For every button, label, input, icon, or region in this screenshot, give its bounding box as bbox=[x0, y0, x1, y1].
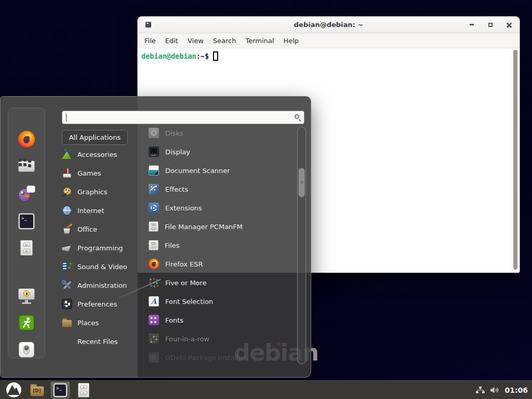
terminal-menubar: File Edit View Search Terminal Help bbox=[138, 33, 520, 48]
launcher-file-cabinet[interactable] bbox=[74, 382, 93, 398]
favorite-pidgin[interactable] bbox=[17, 184, 36, 204]
app-item-font-selection[interactable]: Font Selection bbox=[149, 292, 297, 311]
file-cabinet-icon bbox=[78, 383, 89, 397]
launcher-terminal[interactable] bbox=[51, 382, 70, 398]
font-selection-icon bbox=[149, 296, 159, 307]
firefox-icon bbox=[149, 259, 159, 269]
application-list: Disks Display Document Scanner Effects E… bbox=[149, 124, 297, 367]
log-out-button[interactable] bbox=[17, 313, 36, 332]
file-cabinet-icon bbox=[149, 240, 158, 250]
terminal-icon bbox=[54, 383, 67, 397]
menu-scrollbar-thumb[interactable] bbox=[298, 168, 305, 197]
favorites-column bbox=[8, 108, 45, 358]
app-item-document-scanner[interactable]: Document Scanner bbox=[149, 161, 297, 180]
file-cabinet-icon bbox=[149, 221, 158, 232]
terminal-window-title: debian@debian: ~ bbox=[294, 21, 363, 29]
app-item-extensions[interactable]: Extensions bbox=[149, 198, 297, 217]
lock-screen-button[interactable] bbox=[17, 286, 36, 305]
sound-video-icon bbox=[62, 261, 72, 272]
search-icon bbox=[295, 114, 299, 119]
shut-down-icon bbox=[19, 342, 34, 357]
graphics-icon bbox=[62, 187, 72, 197]
maximize-button[interactable] bbox=[486, 21, 495, 29]
category-list: Accessories Games Graphics Internet Offi… bbox=[62, 145, 145, 351]
menu-edit[interactable]: Edit bbox=[161, 35, 183, 47]
accessories-icon bbox=[62, 149, 72, 159]
office-icon bbox=[62, 224, 72, 234]
favorite-file-manager[interactable] bbox=[17, 238, 36, 258]
app-item-four-in-a-row[interactable]: Four-in-a-row bbox=[149, 329, 297, 348]
close-button[interactable] bbox=[505, 21, 513, 29]
preferences-icon bbox=[62, 299, 72, 309]
menu-search-box bbox=[62, 111, 304, 124]
terminal-scrollbar-thumb[interactable] bbox=[513, 50, 517, 270]
app-item-fonts[interactable]: Fonts bbox=[149, 311, 297, 329]
category-programming[interactable]: Programming bbox=[62, 238, 145, 257]
terminal-icon bbox=[19, 214, 34, 229]
minimize-icon bbox=[470, 24, 474, 25]
category-recent-files[interactable]: Recent Files bbox=[62, 332, 145, 351]
terminal-window-icon bbox=[145, 22, 151, 28]
places-icon bbox=[62, 320, 72, 327]
favorite-terminal[interactable] bbox=[17, 211, 36, 231]
menu-terminal[interactable]: Terminal bbox=[241, 35, 278, 47]
terminal-titlebar[interactable]: debian@debian: ~ bbox=[138, 17, 520, 33]
applications-menu-popup: All Applications Accessories Games Graph… bbox=[0, 96, 311, 378]
category-accessories[interactable]: Accessories bbox=[62, 145, 145, 164]
all-applications-label: All Applications bbox=[69, 134, 121, 141]
menu-view[interactable]: View bbox=[183, 35, 208, 47]
category-sound-video[interactable]: Sound & Video bbox=[62, 257, 145, 276]
close-icon bbox=[507, 22, 512, 28]
app-item-files[interactable]: Files bbox=[149, 236, 297, 255]
category-games[interactable]: Games bbox=[62, 164, 145, 182]
clock: 01:06 bbox=[504, 386, 528, 394]
minimize-button[interactable] bbox=[468, 21, 476, 29]
app-item-file-manager-pcmanfm[interactable]: File Manager PCManFM bbox=[149, 217, 297, 236]
launcher-file-manager[interactable] bbox=[28, 382, 46, 398]
gdebi-icon bbox=[149, 352, 159, 363]
prompt-suffix: :~$ bbox=[196, 52, 209, 60]
app-item-effects[interactable]: Effects bbox=[149, 180, 297, 198]
network-icon[interactable] bbox=[476, 387, 485, 394]
app-item-display[interactable]: Display bbox=[149, 142, 297, 161]
four-in-a-row-icon bbox=[149, 334, 159, 344]
app-item-disks[interactable]: Disks bbox=[149, 124, 297, 142]
terminal-prompt: debian@debian:~$ bbox=[141, 51, 218, 61]
menu-help[interactable]: Help bbox=[278, 35, 303, 47]
category-places[interactable]: Places bbox=[62, 313, 145, 332]
prompt-user-host: debian@debian bbox=[141, 52, 196, 60]
document-scanner-icon bbox=[149, 165, 159, 176]
volume-icon[interactable] bbox=[490, 387, 499, 394]
all-applications-button[interactable]: All Applications bbox=[62, 130, 128, 145]
menu-scrollbar[interactable] bbox=[297, 127, 306, 364]
desktop: debian debian@debian: ~ File Edit View S… bbox=[0, 0, 532, 399]
app-item-gdebi[interactable]: GDebi Package Installer bbox=[149, 348, 297, 367]
shut-down-button[interactable] bbox=[17, 340, 36, 360]
programming-icon bbox=[62, 243, 72, 253]
display-icon bbox=[149, 147, 159, 157]
file-cabinet-icon bbox=[20, 240, 33, 256]
favorite-firefox[interactable] bbox=[17, 129, 36, 149]
taskbar: 01:06 bbox=[0, 380, 532, 399]
category-preferences[interactable]: Preferences bbox=[62, 295, 145, 313]
system-tray: 01:06 bbox=[476, 386, 528, 394]
maximize-icon bbox=[488, 23, 493, 27]
terminal-scrollbar[interactable] bbox=[512, 49, 519, 272]
app-item-firefox-esr[interactable]: Firefox ESR bbox=[149, 255, 297, 273]
category-internet[interactable]: Internet bbox=[62, 201, 145, 220]
menu-file[interactable]: File bbox=[140, 35, 161, 47]
favorite-keyboard[interactable] bbox=[17, 156, 36, 176]
lock-screen-icon bbox=[17, 286, 36, 305]
log-out-icon bbox=[19, 315, 34, 330]
internet-icon bbox=[62, 205, 72, 216]
search-input[interactable] bbox=[66, 112, 290, 123]
disks-icon bbox=[149, 128, 159, 138]
category-graphics[interactable]: Graphics bbox=[62, 182, 145, 201]
fonts-icon bbox=[149, 315, 159, 325]
administration-icon bbox=[62, 280, 72, 290]
menu-search[interactable]: Search bbox=[208, 35, 241, 47]
applications-menu-button[interactable] bbox=[4, 382, 23, 398]
terminal-cursor bbox=[213, 51, 218, 61]
category-office[interactable]: Office bbox=[62, 220, 145, 238]
app-item-five-or-more[interactable]: Five or More bbox=[149, 273, 297, 292]
